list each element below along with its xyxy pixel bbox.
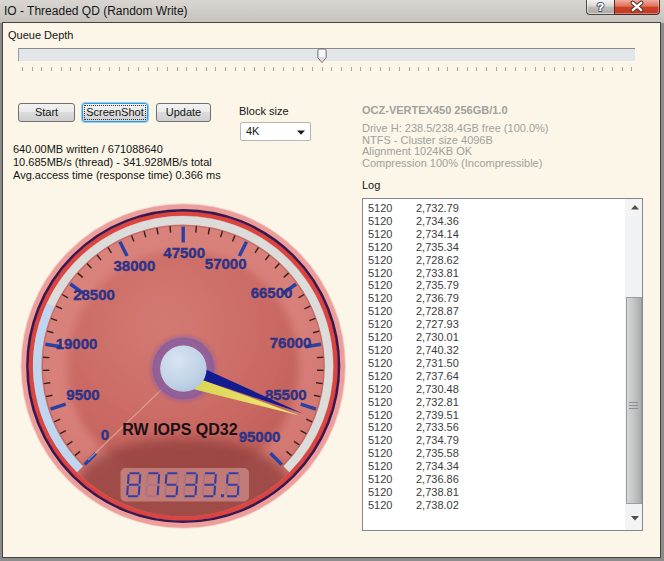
svg-text:66500: 66500 [251, 284, 293, 301]
svg-text:38000: 38000 [114, 257, 156, 274]
svg-text:RW IOPS QD32: RW IOPS QD32 [122, 421, 237, 438]
svg-text:9500: 9500 [66, 386, 99, 403]
svg-text:76000: 76000 [270, 334, 312, 351]
svg-text:28500: 28500 [73, 286, 115, 303]
svg-text:47500: 47500 [163, 244, 205, 261]
svg-text:57000: 57000 [205, 255, 247, 272]
svg-text:95000: 95000 [239, 428, 281, 445]
svg-text:19000: 19000 [56, 335, 98, 352]
